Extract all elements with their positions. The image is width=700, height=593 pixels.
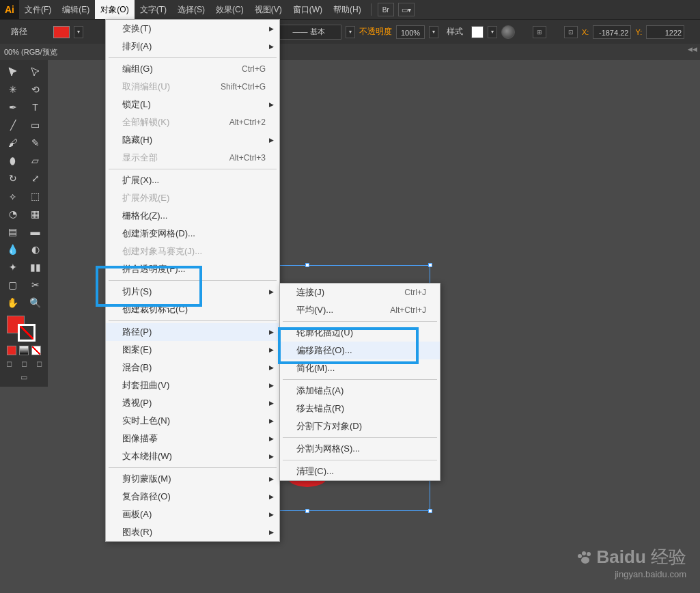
style-swatch[interactable] — [471, 26, 484, 38]
menu-type[interactable]: 文字(T) — [135, 0, 172, 19]
submenu-average[interactable]: 平均(V)...Alt+Ctrl+J — [280, 301, 440, 319]
selection-tool[interactable] — [3, 64, 23, 80]
align-button[interactable]: ⊞ — [533, 26, 546, 38]
collapse-arrows-icon[interactable]: ◀◀ — [688, 46, 697, 53]
menu-view[interactable]: 视图(V) — [249, 0, 288, 19]
menu-effect[interactable]: 效果(C) — [210, 0, 249, 19]
gradient-tool[interactable]: ▬ — [26, 223, 45, 240]
scale-tool[interactable]: ⤢ — [26, 170, 45, 187]
menu-envelope[interactable]: 封套扭曲(V) — [106, 376, 279, 394]
handle-bot-mid[interactable] — [305, 509, 309, 513]
submenu-outline-stroke[interactable]: 轮廓化描边(U) — [280, 324, 440, 342]
line-tool[interactable]: ╱ — [3, 117, 23, 133]
menu-edit[interactable]: 编辑(E) — [57, 0, 95, 19]
submenu-offset-path[interactable]: 偏移路径(O)... — [280, 342, 440, 359]
stroke-profile-select[interactable]: —— 基本 — [276, 25, 341, 40]
none-mode[interactable] — [31, 346, 41, 355]
opacity-dropdown[interactable]: ▾ — [429, 26, 438, 38]
lasso-tool[interactable]: ⟲ — [26, 81, 45, 98]
slice-tool[interactable]: ✂ — [26, 277, 45, 293]
solid-color-mode[interactable] — [7, 346, 16, 355]
menu-lock[interactable]: 锁定(L) — [106, 96, 279, 113]
draw-normal-icon[interactable]: ◻ — [6, 359, 12, 368]
zoom-tool[interactable]: 🔍 — [26, 294, 45, 311]
menu-window[interactable]: 窗口(W) — [288, 0, 328, 19]
perspective-grid-tool[interactable]: ▦ — [26, 206, 45, 222]
menu-arrange[interactable]: 排列(A) — [106, 38, 279, 55]
fill-dropdown[interactable]: ▾ — [74, 26, 83, 38]
column-graph-tool[interactable]: ▮▮ — [26, 259, 45, 275]
menu-group[interactable]: 编组(G)Ctrl+G — [106, 60, 279, 78]
menu-help[interactable]: 帮助(H) — [328, 0, 367, 19]
eraser-tool[interactable]: ▱ — [26, 152, 45, 169]
fill-stroke-indicator[interactable] — [1, 314, 46, 344]
blob-brush-tool[interactable]: ⬮ — [3, 152, 23, 169]
style-dropdown[interactable]: ▾ — [488, 26, 497, 38]
bridge-button[interactable]: Br — [378, 3, 394, 16]
document-tab[interactable]: 00% (RGB/预览 — [4, 47, 57, 57]
submenu-divide-below[interactable]: 分割下方对象(D) — [280, 417, 440, 435]
menu-expand[interactable]: 扩展(X)... — [106, 171, 279, 189]
menu-live-paint[interactable]: 实时上色(N) — [106, 412, 279, 430]
transform-origin-button[interactable]: ⊡ — [564, 26, 578, 38]
paintbrush-tool[interactable]: 🖌 — [3, 135, 23, 151]
blend-tool[interactable]: ◐ — [26, 241, 45, 258]
submenu-split-grid[interactable]: 分割为网格(S)... — [280, 440, 440, 458]
x-value[interactable]: -1874.22 — [593, 25, 631, 39]
menu-object[interactable]: 对象(O) — [95, 0, 134, 19]
draw-inside-icon[interactable]: ◻ — [36, 359, 42, 368]
menu-compound-path[interactable]: 复合路径(O) — [106, 488, 279, 506]
layout-button[interactable]: ▭▾ — [398, 3, 415, 16]
gradient-mode[interactable] — [19, 346, 29, 355]
handle-top-mid[interactable] — [305, 263, 309, 267]
menu-perspective[interactable]: 透视(P) — [106, 394, 279, 412]
hand-tool[interactable]: ✋ — [3, 294, 23, 311]
menu-transform[interactable]: 变换(T) — [106, 20, 279, 38]
menu-slice[interactable]: 切片(S) — [106, 283, 279, 301]
menu-image-trace[interactable]: 图像描摹 — [106, 430, 279, 447]
stroke-profile-dropdown[interactable]: ▾ — [346, 26, 355, 38]
submenu-add-anchor[interactable]: 添加锚点(A) — [280, 382, 440, 400]
submenu-simplify[interactable]: 简化(M)... — [280, 359, 440, 377]
handle-top-right[interactable] — [428, 263, 432, 267]
menu-select[interactable]: 选择(S) — [172, 0, 210, 19]
submenu-join[interactable]: 连接(J)Ctrl+J — [280, 284, 440, 301]
menu-trim-marks[interactable]: 创建裁切标记(C) — [106, 301, 279, 318]
submenu-remove-anchor[interactable]: 移去锚点(R) — [280, 400, 440, 417]
eyedropper-tool[interactable]: 💧 — [3, 241, 23, 258]
handle-bot-right[interactable] — [428, 509, 432, 513]
change-screen-mode[interactable]: ▭ — [1, 370, 46, 384]
menu-rasterize[interactable]: 栅格化(Z)... — [106, 207, 279, 225]
submenu-cleanup[interactable]: 清理(C)... — [280, 463, 440, 480]
menu-hide[interactable]: 隐藏(H) — [106, 131, 279, 149]
draw-behind-icon[interactable]: ◻ — [21, 359, 27, 368]
menu-file[interactable]: 文件(F) — [19, 0, 57, 19]
recolor-artwork-button[interactable] — [501, 25, 515, 39]
menu-pattern[interactable]: 图案(E) — [106, 341, 279, 359]
rotate-tool[interactable]: ↻ — [3, 170, 23, 187]
width-tool[interactable]: ⟡ — [3, 188, 23, 204]
menu-text-wrap[interactable]: 文本绕排(W) — [106, 447, 279, 465]
pencil-tool[interactable]: ✎ — [26, 135, 45, 151]
menu-blend[interactable]: 混合(B) — [106, 359, 279, 376]
free-transform-tool[interactable]: ⬚ — [26, 188, 45, 204]
menu-gradient-mesh[interactable]: 创建渐变网格(D)... — [106, 225, 279, 243]
artboard-tool[interactable]: ▢ — [3, 277, 23, 293]
y-value[interactable]: 1222 — [646, 25, 684, 39]
shape-builder-tool[interactable]: ◔ — [3, 206, 23, 222]
mesh-tool[interactable]: ▤ — [3, 223, 23, 240]
opacity-value[interactable]: 100% — [396, 25, 425, 39]
menu-artboards[interactable]: 画板(A) — [106, 506, 279, 523]
menu-path[interactable]: 路径(P) — [106, 323, 279, 341]
type-tool[interactable]: T — [26, 99, 45, 115]
menu-flatten[interactable]: 拼合透明度(F)... — [106, 260, 279, 278]
pen-tool[interactable]: ✒ — [3, 99, 23, 115]
stroke-color-icon[interactable] — [18, 324, 36, 342]
direct-selection-tool[interactable] — [26, 64, 45, 80]
magic-wand-tool[interactable]: ✳ — [3, 81, 23, 98]
menu-clipping-mask[interactable]: 剪切蒙版(M) — [106, 470, 279, 488]
fill-swatch[interactable] — [53, 26, 70, 38]
rectangle-tool[interactable]: ▭ — [26, 117, 45, 133]
menu-graph[interactable]: 图表(R) — [106, 523, 279, 541]
symbol-sprayer-tool[interactable]: ✦ — [3, 259, 23, 275]
